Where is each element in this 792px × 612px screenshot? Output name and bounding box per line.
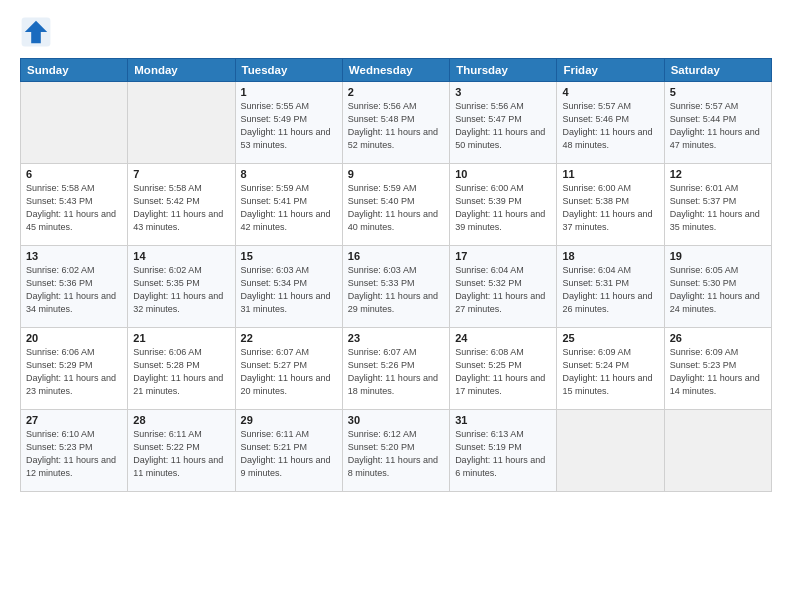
day-number: 19 [670,250,766,262]
day-info: Sunrise: 6:00 AMSunset: 5:38 PMDaylight:… [562,182,658,234]
header [20,16,772,48]
calendar-cell: 17Sunrise: 6:04 AMSunset: 5:32 PMDayligh… [450,246,557,328]
day-number: 30 [348,414,444,426]
day-number: 17 [455,250,551,262]
day-info: Sunrise: 6:09 AMSunset: 5:24 PMDaylight:… [562,346,658,398]
day-info: Sunrise: 5:58 AMSunset: 5:42 PMDaylight:… [133,182,229,234]
calendar-week-row: 6Sunrise: 5:58 AMSunset: 5:43 PMDaylight… [21,164,772,246]
weekday-header: Tuesday [235,59,342,82]
day-info: Sunrise: 6:13 AMSunset: 5:19 PMDaylight:… [455,428,551,480]
calendar-cell: 13Sunrise: 6:02 AMSunset: 5:36 PMDayligh… [21,246,128,328]
day-number: 12 [670,168,766,180]
calendar-cell: 20Sunrise: 6:06 AMSunset: 5:29 PMDayligh… [21,328,128,410]
calendar-cell: 2Sunrise: 5:56 AMSunset: 5:48 PMDaylight… [342,82,449,164]
calendar-table: SundayMondayTuesdayWednesdayThursdayFrid… [20,58,772,492]
day-number: 14 [133,250,229,262]
day-number: 20 [26,332,122,344]
calendar-cell: 5Sunrise: 5:57 AMSunset: 5:44 PMDaylight… [664,82,771,164]
day-info: Sunrise: 6:09 AMSunset: 5:23 PMDaylight:… [670,346,766,398]
day-number: 4 [562,86,658,98]
day-number: 31 [455,414,551,426]
calendar-cell: 7Sunrise: 5:58 AMSunset: 5:42 PMDaylight… [128,164,235,246]
day-info: Sunrise: 5:58 AMSunset: 5:43 PMDaylight:… [26,182,122,234]
day-number: 26 [670,332,766,344]
day-number: 10 [455,168,551,180]
day-info: Sunrise: 6:07 AMSunset: 5:26 PMDaylight:… [348,346,444,398]
calendar-week-row: 20Sunrise: 6:06 AMSunset: 5:29 PMDayligh… [21,328,772,410]
calendar-week-row: 1Sunrise: 5:55 AMSunset: 5:49 PMDaylight… [21,82,772,164]
day-number: 27 [26,414,122,426]
day-info: Sunrise: 6:00 AMSunset: 5:39 PMDaylight:… [455,182,551,234]
weekday-header: Friday [557,59,664,82]
day-info: Sunrise: 6:07 AMSunset: 5:27 PMDaylight:… [241,346,337,398]
day-number: 21 [133,332,229,344]
weekday-header: Sunday [21,59,128,82]
calendar-header-row: SundayMondayTuesdayWednesdayThursdayFrid… [21,59,772,82]
calendar-cell [21,82,128,164]
day-info: Sunrise: 5:57 AMSunset: 5:44 PMDaylight:… [670,100,766,152]
day-number: 24 [455,332,551,344]
calendar-cell: 16Sunrise: 6:03 AMSunset: 5:33 PMDayligh… [342,246,449,328]
weekday-header: Monday [128,59,235,82]
calendar-cell: 22Sunrise: 6:07 AMSunset: 5:27 PMDayligh… [235,328,342,410]
calendar-cell: 28Sunrise: 6:11 AMSunset: 5:22 PMDayligh… [128,410,235,492]
calendar-cell: 14Sunrise: 6:02 AMSunset: 5:35 PMDayligh… [128,246,235,328]
day-number: 2 [348,86,444,98]
calendar-cell: 21Sunrise: 6:06 AMSunset: 5:28 PMDayligh… [128,328,235,410]
calendar-cell: 24Sunrise: 6:08 AMSunset: 5:25 PMDayligh… [450,328,557,410]
calendar-cell: 10Sunrise: 6:00 AMSunset: 5:39 PMDayligh… [450,164,557,246]
calendar-week-row: 13Sunrise: 6:02 AMSunset: 5:36 PMDayligh… [21,246,772,328]
day-number: 6 [26,168,122,180]
calendar-cell: 27Sunrise: 6:10 AMSunset: 5:23 PMDayligh… [21,410,128,492]
weekday-header: Thursday [450,59,557,82]
day-info: Sunrise: 5:56 AMSunset: 5:47 PMDaylight:… [455,100,551,152]
calendar-body: 1Sunrise: 5:55 AMSunset: 5:49 PMDaylight… [21,82,772,492]
calendar-cell [664,410,771,492]
day-info: Sunrise: 6:02 AMSunset: 5:35 PMDaylight:… [133,264,229,316]
calendar-cell: 31Sunrise: 6:13 AMSunset: 5:19 PMDayligh… [450,410,557,492]
day-info: Sunrise: 6:10 AMSunset: 5:23 PMDaylight:… [26,428,122,480]
calendar-cell: 25Sunrise: 6:09 AMSunset: 5:24 PMDayligh… [557,328,664,410]
day-info: Sunrise: 6:05 AMSunset: 5:30 PMDaylight:… [670,264,766,316]
calendar-cell: 6Sunrise: 5:58 AMSunset: 5:43 PMDaylight… [21,164,128,246]
day-info: Sunrise: 5:59 AMSunset: 5:41 PMDaylight:… [241,182,337,234]
calendar-cell [128,82,235,164]
day-info: Sunrise: 6:08 AMSunset: 5:25 PMDaylight:… [455,346,551,398]
day-info: Sunrise: 6:04 AMSunset: 5:31 PMDaylight:… [562,264,658,316]
calendar-cell: 29Sunrise: 6:11 AMSunset: 5:21 PMDayligh… [235,410,342,492]
day-info: Sunrise: 6:04 AMSunset: 5:32 PMDaylight:… [455,264,551,316]
day-number: 16 [348,250,444,262]
day-info: Sunrise: 6:03 AMSunset: 5:34 PMDaylight:… [241,264,337,316]
day-number: 5 [670,86,766,98]
calendar-cell: 26Sunrise: 6:09 AMSunset: 5:23 PMDayligh… [664,328,771,410]
day-number: 3 [455,86,551,98]
day-info: Sunrise: 5:55 AMSunset: 5:49 PMDaylight:… [241,100,337,152]
day-number: 8 [241,168,337,180]
day-number: 13 [26,250,122,262]
day-number: 18 [562,250,658,262]
calendar-cell: 15Sunrise: 6:03 AMSunset: 5:34 PMDayligh… [235,246,342,328]
day-info: Sunrise: 6:11 AMSunset: 5:21 PMDaylight:… [241,428,337,480]
calendar-cell: 19Sunrise: 6:05 AMSunset: 5:30 PMDayligh… [664,246,771,328]
day-number: 28 [133,414,229,426]
calendar-cell: 9Sunrise: 5:59 AMSunset: 5:40 PMDaylight… [342,164,449,246]
day-number: 22 [241,332,337,344]
day-info: Sunrise: 5:59 AMSunset: 5:40 PMDaylight:… [348,182,444,234]
calendar-cell: 23Sunrise: 6:07 AMSunset: 5:26 PMDayligh… [342,328,449,410]
day-info: Sunrise: 6:01 AMSunset: 5:37 PMDaylight:… [670,182,766,234]
day-number: 9 [348,168,444,180]
day-info: Sunrise: 5:56 AMSunset: 5:48 PMDaylight:… [348,100,444,152]
calendar-cell [557,410,664,492]
day-info: Sunrise: 6:06 AMSunset: 5:29 PMDaylight:… [26,346,122,398]
weekday-header: Saturday [664,59,771,82]
calendar-cell: 1Sunrise: 5:55 AMSunset: 5:49 PMDaylight… [235,82,342,164]
calendar-cell: 30Sunrise: 6:12 AMSunset: 5:20 PMDayligh… [342,410,449,492]
day-number: 25 [562,332,658,344]
day-info: Sunrise: 6:03 AMSunset: 5:33 PMDaylight:… [348,264,444,316]
weekday-header: Wednesday [342,59,449,82]
calendar-cell: 4Sunrise: 5:57 AMSunset: 5:46 PMDaylight… [557,82,664,164]
day-info: Sunrise: 6:02 AMSunset: 5:36 PMDaylight:… [26,264,122,316]
calendar-cell: 12Sunrise: 6:01 AMSunset: 5:37 PMDayligh… [664,164,771,246]
day-number: 15 [241,250,337,262]
day-number: 7 [133,168,229,180]
